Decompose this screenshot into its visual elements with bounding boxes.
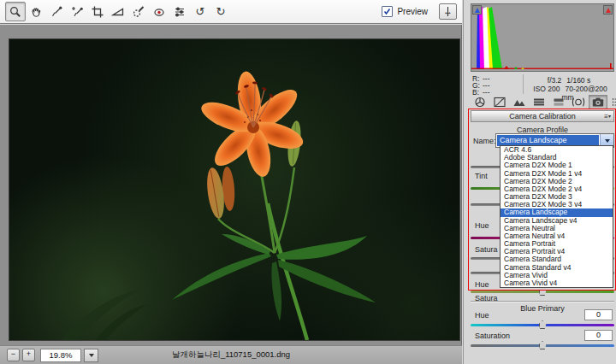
preview-control: Preview ↔ [382,3,457,20]
status-bar: − + 19.8% 날개하늘나리_110715_0001.dng [0,345,462,364]
straighten-tool-button[interactable] [108,2,128,21]
zoom-in-button[interactable]: + [22,349,35,361]
iso-value: ISO 200 [533,85,560,93]
zoom-out-button[interactable]: − [7,349,20,361]
red-eye-tool-button[interactable] [149,2,169,21]
tab-presets[interactable] [608,95,616,109]
rotate-cw-icon: ↻ [216,6,226,17]
preview-label: Preview [397,7,428,16]
menu-caret-icon: ▾ [608,114,611,119]
info-divider [523,74,524,94]
histogram-plot [471,4,613,71]
blue-hue-label: Hue [475,311,489,320]
rotate-right-button[interactable]: ↻ [210,2,231,21]
hand-icon [29,5,43,19]
tab-tone-curve[interactable] [490,95,509,109]
filename-label: 날개하늘나리_110715_0001.dng [51,349,411,361]
profile-name-label: Name: [473,137,496,145]
profile-dropdown-list: ACR 4.6 Adobe Standard Camera D2X Mode 1… [500,145,613,288]
highlight-clip-triangle-icon [606,8,611,13]
green-hue-track[interactable] [471,291,614,293]
camera-icon [591,97,605,108]
shutter-value: 1/160 s [566,76,590,85]
aperture-value: f/3.2 [548,76,562,85]
eyedropper-plus-icon [70,5,84,19]
rotate-ccw-icon: ↺ [196,6,205,17]
shadow-clipping-warning-button[interactable] [472,5,482,15]
blue-hue-value-field[interactable]: 0 [584,309,613,320]
panel-tab-strip [471,95,616,109]
green-saturation-label: Satura [475,294,498,302]
toolbar: ↺ ↻ Preview ↔ [0,0,462,24]
bars-icon [532,97,546,108]
green-hue-label: Hue [475,280,489,289]
white-balance-tool-button[interactable] [46,2,67,21]
slider-handle[interactable] [539,341,547,349]
color-sampler-tool-button[interactable] [67,2,87,21]
tab-lens-corrections[interactable] [569,95,588,109]
tab-hsl-grayscale[interactable] [530,95,548,109]
highlight-clipping-warning-button[interactable] [603,5,613,15]
straighten-triangle-icon [111,5,125,19]
blue-saturation-value-field[interactable]: 0 [584,330,613,341]
magnifier-icon [9,5,22,19]
preview-checkbox[interactable] [382,6,393,17]
blue-saturation-label: Saturation [475,332,510,340]
shadow-clip-triangle-icon [475,8,480,13]
zoom-tool-button[interactable] [5,2,26,21]
panel-menu-button[interactable]: ≡▾ [604,111,611,122]
profile-option[interactable]: Camera Vivid v4 [500,279,613,287]
blue-saturation-track[interactable] [471,344,614,347]
hand-tool-button[interactable] [26,2,46,21]
camera-raw-dialog: ↺ ↻ Preview ↔ [0,0,616,364]
tab-detail[interactable] [510,95,529,109]
histogram [471,3,614,72]
check-icon [383,8,391,15]
eyedropper-icon [50,5,63,19]
slider-handle[interactable] [539,320,547,329]
crop-tool-button[interactable] [87,2,108,21]
tab-basic[interactable] [471,95,489,109]
red-hue-label: Hue [475,221,489,230]
preferences-tool-button[interactable] [169,2,190,21]
chevron-down-icon [605,139,610,143]
fullscreen-bar [447,7,448,16]
curve-icon [493,97,506,108]
mountains-icon [512,97,526,108]
panel-title: Camera Calibration [509,112,576,120]
lens-icon [572,97,585,108]
spot-removal-icon [132,5,145,19]
lily-photo-illustration [9,39,459,340]
tab-split-toning[interactable] [549,95,568,109]
panel-header: Camera Calibration ≡▾ [471,110,614,122]
image-viewport [0,25,462,345]
rgb-readout: R:--- G:--- B:--- [472,75,490,96]
blue-hue-track[interactable] [471,324,614,326]
list-icon [611,97,616,108]
fullscreen-toggle-button[interactable]: ↔ [439,3,457,20]
crop-icon [91,5,104,19]
slider-handle[interactable] [539,287,547,296]
rotate-left-button[interactable]: ↺ [190,2,210,21]
split-bars-icon [552,97,566,108]
photo-preview[interactable] [9,38,460,341]
adjustments-panel: R:--- G:--- B:--- f/3.21/160 s ISO 20070… [463,0,616,364]
red-saturation-label: Satura [475,245,498,254]
spot-removal-tool-button[interactable] [128,2,149,21]
aperture-icon [473,97,487,108]
tint-label: Tint [475,172,488,180]
tab-camera-calibration[interactable] [589,95,607,109]
sliders-icon [173,5,187,19]
red-eye-icon [152,5,166,19]
